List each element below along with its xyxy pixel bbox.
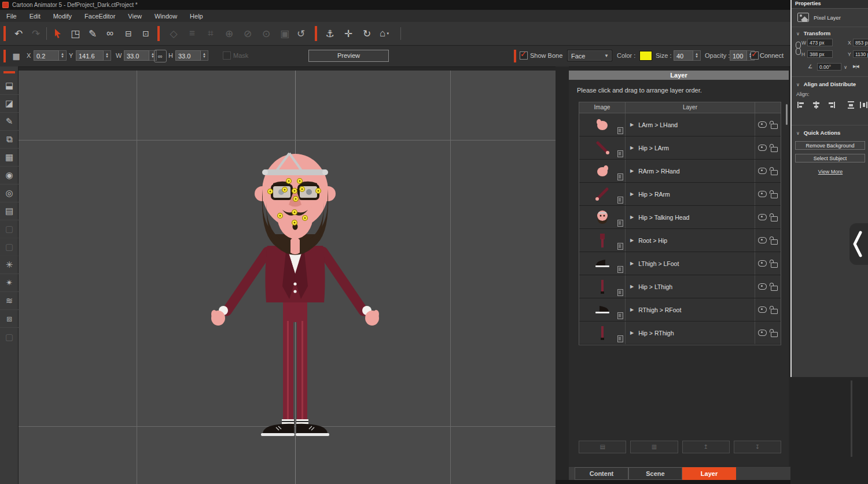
- transform-tool-icon[interactable]: ◳: [67, 25, 83, 42]
- expand-triangle-icon[interactable]: ▶: [630, 191, 634, 197]
- layer-row[interactable]: ▶Hip > Talking Head: [579, 206, 781, 229]
- pen-tool-icon[interactable]: ✎: [84, 25, 101, 42]
- unlock-icon[interactable]: [771, 193, 778, 198]
- connect-checkbox[interactable]: [751, 51, 759, 60]
- distribute-horizontal-icon[interactable]: [860, 101, 867, 109]
- layer-manager-icon[interactable]: ⧈: [0, 310, 19, 328]
- menu-help[interactable]: Help: [183, 10, 209, 22]
- y-field[interactable]: 141.6 ▲▼: [76, 50, 111, 61]
- bone-color-swatch[interactable]: [639, 51, 652, 61]
- panel-collapse-handle[interactable]: [849, 223, 868, 265]
- prop-x-value[interactable]: 853 px: [853, 39, 868, 46]
- stage-tool-icon[interactable]: ⬓: [0, 77, 19, 95]
- face-puppet-icon[interactable]: ◎: [0, 184, 19, 202]
- layer-row[interactable]: ▶LArm > LHand: [579, 113, 781, 136]
- size-field-spinner[interactable]: ▲▼: [693, 50, 701, 61]
- unlock-icon[interactable]: [771, 216, 778, 221]
- menu-faceeditor[interactable]: FaceEditor: [78, 10, 122, 22]
- visibility-eye-icon[interactable]: [758, 191, 767, 197]
- expand-triangle-icon[interactable]: ▶: [630, 238, 634, 243]
- menu-modify[interactable]: Modify: [47, 10, 78, 22]
- duplicate-tool-icon[interactable]: ⧉: [0, 131, 19, 149]
- link-dimensions-icon[interactable]: [796, 42, 800, 57]
- expand-triangle-icon[interactable]: ▶: [630, 122, 634, 127]
- undo-icon[interactable]: ↶: [10, 25, 27, 42]
- size-field[interactable]: 40 ▲▼: [674, 50, 701, 61]
- menu-window[interactable]: Window: [148, 10, 183, 22]
- unlock-icon[interactable]: [771, 239, 778, 245]
- puppet-tool-icon[interactable]: ✴: [0, 274, 19, 292]
- unlock-icon[interactable]: [771, 332, 778, 337]
- rotate-tool-icon[interactable]: ↻: [359, 25, 375, 42]
- layer-row[interactable]: ▶LThigh > LFoot: [579, 252, 781, 275]
- prop-angle-value[interactable]: 0.00°: [817, 63, 841, 71]
- wh-link-icon[interactable]: ∞: [154, 50, 167, 62]
- w-field[interactable]: 33.0 ▲▼: [124, 50, 157, 61]
- align-left-icon[interactable]: [797, 101, 805, 109]
- layer-row[interactable]: ▶Hip > RThigh: [579, 322, 781, 345]
- layer-row[interactable]: ▶RThigh > RFoot: [579, 298, 781, 322]
- tab-layer[interactable]: Layer: [682, 467, 736, 480]
- prop-h-value[interactable]: 388 px: [807, 50, 833, 58]
- keyboard-puppet-icon[interactable]: ▤: [0, 202, 19, 220]
- y-field-spinner[interactable]: ▲▼: [104, 50, 111, 61]
- visibility-eye-icon[interactable]: [758, 214, 767, 220]
- transform-section-header[interactable]: ∨Transform: [796, 30, 830, 36]
- unlock-icon[interactable]: [771, 286, 778, 291]
- unlock-icon[interactable]: [771, 170, 778, 175]
- character-figure[interactable]: [203, 147, 388, 442]
- expand-triangle-icon[interactable]: ▶: [630, 307, 634, 312]
- frame-box-icon[interactable]: ⊡: [138, 25, 154, 42]
- x-field[interactable]: 0.2 ▲▼: [34, 50, 67, 61]
- spring-tool-icon[interactable]: ≋: [0, 292, 19, 310]
- mask-editor-icon[interactable]: ◪: [0, 95, 19, 113]
- menu-file[interactable]: File: [0, 10, 23, 22]
- menu-view[interactable]: View: [122, 10, 148, 22]
- prop-w-value[interactable]: 473 px: [807, 39, 833, 46]
- visibility-eye-icon[interactable]: [758, 237, 767, 243]
- layer-row[interactable]: ▶RArm > RHand: [579, 160, 781, 183]
- visibility-eye-icon[interactable]: [758, 168, 767, 174]
- layer-row[interactable]: ▶Hip > RArm: [579, 183, 781, 206]
- layer-row[interactable]: ▶Hip > LThigh: [579, 275, 781, 298]
- align-section-header[interactable]: ∨Align and Distribute: [796, 81, 856, 87]
- visibility-eye-icon[interactable]: [758, 330, 767, 336]
- align-center-horizontal-icon[interactable]: [812, 101, 820, 109]
- remove-background-button[interactable]: Remove Background: [795, 141, 865, 150]
- align-right-icon[interactable]: [827, 101, 835, 109]
- tab-content[interactable]: Content: [575, 467, 628, 480]
- layer-row[interactable]: ▶Hip > LArm: [579, 136, 781, 160]
- paint-tool-icon[interactable]: ✎: [0, 113, 19, 131]
- prop-y-value[interactable]: 1130 px: [853, 50, 868, 58]
- face-editor-icon[interactable]: ◉: [0, 167, 19, 184]
- select-subject-button[interactable]: Select Subject: [795, 154, 865, 162]
- link-tool-icon[interactable]: ∞: [102, 25, 118, 42]
- quick-actions-section-header[interactable]: ∨Quick Actions: [796, 130, 840, 136]
- layer-scrollbar-thumb[interactable]: [786, 104, 788, 125]
- anchor-icon[interactable]: ⚓: [322, 25, 338, 42]
- tab-scene[interactable]: Scene: [628, 467, 682, 480]
- move-tool-icon[interactable]: ✛: [340, 25, 356, 42]
- view-more-link[interactable]: View More: [792, 169, 868, 175]
- menu-edit[interactable]: Edit: [23, 10, 47, 22]
- visibility-eye-icon[interactable]: [758, 260, 767, 267]
- show-bone-checkbox[interactable]: [520, 51, 528, 60]
- h-field-spinner[interactable]: ▲▼: [201, 50, 208, 61]
- select-cursor-icon[interactable]: [50, 25, 66, 42]
- chevron-down-icon[interactable]: ∨: [844, 64, 847, 70]
- replace-head-icon[interactable]: ↺: [293, 25, 309, 42]
- stage-canvas[interactable]: [19, 71, 556, 484]
- expand-triangle-icon[interactable]: ▶: [630, 215, 634, 220]
- flip-horizontal-icon[interactable]: ▶|◀: [853, 64, 859, 69]
- h-field[interactable]: 33.0 ▲▼: [175, 50, 208, 61]
- x-field-spinner[interactable]: ▲▼: [59, 50, 67, 61]
- expand-triangle-icon[interactable]: ▶: [630, 145, 634, 150]
- expand-triangle-icon[interactable]: ▶: [630, 330, 634, 335]
- bone-grid-icon[interactable]: ▦: [8, 48, 24, 64]
- expand-triangle-icon[interactable]: ▶: [630, 261, 634, 266]
- visibility-eye-icon[interactable]: [758, 121, 767, 128]
- home-tool-icon[interactable]: ⌂▾: [376, 25, 392, 42]
- distribute-vertical-icon[interactable]: [847, 101, 855, 109]
- preview-button[interactable]: Preview: [308, 50, 389, 62]
- visibility-eye-icon[interactable]: [758, 145, 767, 151]
